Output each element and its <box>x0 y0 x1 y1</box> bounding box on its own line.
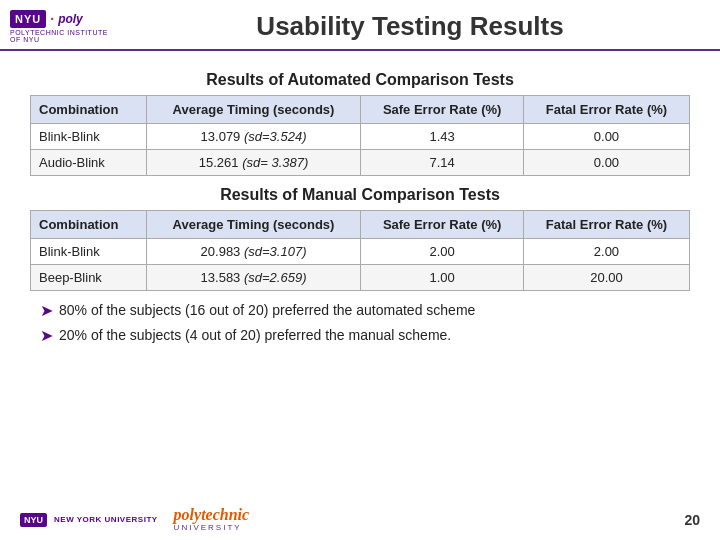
footer-poly-main: polytechnic <box>174 507 250 523</box>
footer-nyu-box: NYU <box>20 513 47 527</box>
nyu-text: NYU <box>10 10 46 28</box>
table-cell: 1.43 <box>361 124 524 150</box>
table-cell: 20.00 <box>523 265 689 291</box>
table-cell: 2.00 <box>361 239 524 265</box>
automated-col-combination: Combination <box>31 96 147 124</box>
table-cell: Blink-Blink <box>31 239 147 265</box>
page-title: Usability Testing Results <box>120 11 700 42</box>
table-cell: 15.261 (sd= 3.387) <box>146 150 361 176</box>
table-row: Blink-Blink20.983 (sd=3.107)2.002.00 <box>31 239 690 265</box>
table-cell: Blink-Blink <box>31 124 147 150</box>
logo-subtitle: POLYTECHNIC INSTITUTE OF NYU <box>10 29 120 43</box>
automated-table: Combination Average Timing (seconds) Saf… <box>30 95 690 176</box>
table-cell: 0.00 <box>523 150 689 176</box>
table-cell: 13.079 (sd=3.524) <box>146 124 361 150</box>
automated-header-row: Combination Average Timing (seconds) Saf… <box>31 96 690 124</box>
manual-col-timing: Average Timing (seconds) <box>146 211 361 239</box>
table-cell: 1.00 <box>361 265 524 291</box>
table-row: Blink-Blink13.079 (sd=3.524)1.430.00 <box>31 124 690 150</box>
main-content: Results of Automated Comparison Tests Co… <box>0 51 720 361</box>
footer: NYU NEW YORK UNIVERSITY polytechnic UNIV… <box>0 507 720 532</box>
table-cell: Audio-Blink <box>31 150 147 176</box>
bullet-text: 80% of the subjects (16 out of 20) prefe… <box>59 301 475 321</box>
table-cell: 0.00 <box>523 124 689 150</box>
bullet-text: 20% of the subjects (4 out of 20) prefer… <box>59 326 451 346</box>
table-row: Beep-Blink13.583 (sd=2.659)1.0020.00 <box>31 265 690 291</box>
footer-poly-text: polytechnic UNIVERSITY <box>174 507 250 532</box>
logo-dot: · <box>50 11 54 27</box>
poly-text: poly <box>58 12 83 26</box>
bullet-arrow-icon: ➤ <box>40 326 53 347</box>
table-row: Audio-Blink15.261 (sd= 3.387)7.140.00 <box>31 150 690 176</box>
footer-new-york: NEW YORK UNIVERSITY <box>54 515 158 524</box>
table-cell: 13.583 (sd=2.659) <box>146 265 361 291</box>
bullets-section: ➤80% of the subjects (16 out of 20) pref… <box>40 301 690 347</box>
manual-col-fatal-error: Fatal Error Rate (%) <box>523 211 689 239</box>
bullet-arrow-icon: ➤ <box>40 301 53 322</box>
nyu-poly-logo: NYU · poly <box>10 10 120 28</box>
page-number: 20 <box>684 512 700 528</box>
manual-header-row: Combination Average Timing (seconds) Saf… <box>31 211 690 239</box>
table-cell: 7.14 <box>361 150 524 176</box>
automated-section-title: Results of Automated Comparison Tests <box>30 71 690 89</box>
footer-poly-logo: polytechnic UNIVERSITY <box>174 507 250 532</box>
table-cell: 20.983 (sd=3.107) <box>146 239 361 265</box>
automated-col-safe-error: Safe Error Rate (%) <box>361 96 524 124</box>
table-cell: Beep-Blink <box>31 265 147 291</box>
manual-table: Combination Average Timing (seconds) Saf… <box>30 210 690 291</box>
table-cell: 2.00 <box>523 239 689 265</box>
manual-col-safe-error: Safe Error Rate (%) <box>361 211 524 239</box>
logo-area: NYU · poly POLYTECHNIC INSTITUTE OF NYU <box>10 10 120 43</box>
header: NYU · poly POLYTECHNIC INSTITUTE OF NYU … <box>0 0 720 51</box>
automated-col-timing: Average Timing (seconds) <box>146 96 361 124</box>
list-item: ➤20% of the subjects (4 out of 20) prefe… <box>40 326 690 347</box>
manual-section-title: Results of Manual Comparison Tests <box>30 186 690 204</box>
manual-col-combination: Combination <box>31 211 147 239</box>
footer-nyu-logo: NYU NEW YORK UNIVERSITY <box>20 513 158 527</box>
page-title-area: Usability Testing Results <box>120 11 700 42</box>
automated-col-fatal-error: Fatal Error Rate (%) <box>523 96 689 124</box>
footer-poly-sub: UNIVERSITY <box>174 523 250 532</box>
footer-logos: NYU NEW YORK UNIVERSITY polytechnic UNIV… <box>20 507 249 532</box>
list-item: ➤80% of the subjects (16 out of 20) pref… <box>40 301 690 322</box>
